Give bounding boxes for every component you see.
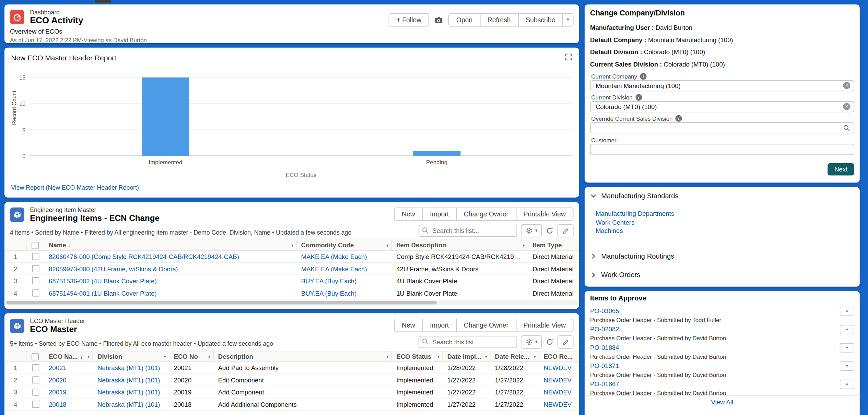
current-company-input[interactable] <box>590 80 854 91</box>
section-manufacturing-routings[interactable]: Manufacturing Routings <box>590 252 674 260</box>
column-header-item-description[interactable]: Item Description▾ <box>392 240 528 250</box>
item-name-link[interactable]: 82060476-000 (Comp Style RCK4219424-CAB/… <box>49 253 239 260</box>
import-button[interactable]: Import <box>422 208 457 221</box>
division-link[interactable]: Nebraska (MT1) (101) <box>97 401 160 407</box>
chevron-down-icon[interactable]: ▾ <box>523 243 525 248</box>
column-header-date-released[interactable]: Date Rele...▾ <box>491 352 539 361</box>
list-settings-button[interactable]: ▾ <box>521 335 542 349</box>
scrollbar-thumb[interactable] <box>6 301 437 305</box>
chevron-down-icon[interactable]: ▾ <box>386 243 388 248</box>
eco-name-link[interactable]: 20019 <box>49 389 67 395</box>
chevron-down-icon[interactable]: ▾ <box>485 354 487 359</box>
info-icon[interactable]: i <box>676 115 682 122</box>
next-button[interactable]: Next <box>828 163 854 175</box>
override-sales-division-input[interactable] <box>590 122 854 133</box>
eco-reason-link[interactable]: NEWDEV <box>543 365 571 371</box>
po-link[interactable]: PO-02082 <box>590 326 619 332</box>
table-row[interactable]: 3 20019 Nebraska (MT1) (101) 20019 Add C… <box>4 386 579 398</box>
table-row[interactable]: 4 68751494-001 (1U Blank Cover Plate) BU… <box>4 287 579 299</box>
item-name-link[interactable]: 68751494-001 (1U Blank Cover Plate) <box>49 290 157 296</box>
item-actions-button[interactable]: ▾ <box>840 380 854 389</box>
po-link[interactable]: PO-03065 <box>590 308 619 314</box>
view-all-link[interactable]: View All <box>711 399 734 405</box>
section-manufacturing-standards[interactable]: Manufacturing Standards <box>590 192 679 200</box>
info-icon[interactable]: i <box>635 94 642 100</box>
commodity-code-link[interactable]: BUY.EA (Buy Each) <box>301 277 357 284</box>
search-input[interactable] <box>419 336 517 348</box>
table-row[interactable]: 3 68751536-002 (4U Blank Cover Plate) BU… <box>4 275 579 287</box>
row-checkbox[interactable] <box>26 277 44 284</box>
chevron-down-icon[interactable]: ▾ <box>87 354 90 359</box>
refresh-icon[interactable] <box>546 227 554 235</box>
expand-icon[interactable] <box>565 53 573 61</box>
chevron-down-icon[interactable]: ▾ <box>386 354 388 359</box>
change-owner-button[interactable]: Change Owner <box>456 208 516 221</box>
row-checkbox[interactable] <box>26 389 44 396</box>
chevron-down-icon[interactable]: ▾ <box>208 354 210 359</box>
list-settings-button[interactable]: ▾ <box>521 224 542 237</box>
section-work-orders[interactable]: Work Orders <box>590 271 640 279</box>
new-button[interactable]: New <box>394 208 423 221</box>
item-actions-button[interactable]: ▾ <box>840 343 854 352</box>
printable-view-button[interactable]: Printable View <box>516 208 574 221</box>
clear-icon[interactable]: × <box>843 82 850 89</box>
open-button[interactable]: Open <box>448 13 480 27</box>
eco-name-link[interactable]: 20020 <box>49 377 67 383</box>
row-checkbox[interactable] <box>26 376 44 383</box>
chevron-down-icon[interactable]: ▾ <box>533 354 536 359</box>
po-link[interactable]: PO-01871 <box>590 363 619 369</box>
customer-input[interactable] <box>590 144 854 155</box>
division-link[interactable]: Nebraska (MT1) (101) <box>97 377 160 383</box>
item-actions-button[interactable]: ▾ <box>840 307 854 316</box>
commodity-code-link[interactable]: BUY.EA (Buy Each) <box>301 290 357 296</box>
manufacturing-departments-link[interactable]: Manufacturing Departments <box>596 210 674 217</box>
follow-button[interactable]: + Follow <box>389 13 429 27</box>
machines-link[interactable]: Machines <box>596 227 674 234</box>
import-button[interactable]: Import <box>422 319 457 332</box>
column-header-commodity-code[interactable]: Commodity Code▾ <box>297 240 392 250</box>
current-division-input[interactable] <box>590 101 854 112</box>
row-checkbox[interactable] <box>26 253 44 260</box>
bar-pending[interactable] <box>413 151 461 156</box>
column-header-division[interactable]: Division▾ <box>93 352 169 361</box>
info-icon[interactable]: i <box>640 73 646 80</box>
division-link[interactable]: Nebraska (MT1) (101) <box>97 365 160 371</box>
row-checkbox[interactable] <box>26 265 44 272</box>
bar-implemented[interactable] <box>142 78 189 156</box>
table-row[interactable]: 1 20021 Nebraska (MT1) (101) 20021 Add P… <box>4 362 579 374</box>
table-row[interactable]: 1 82060476-000 (Comp Style RCK4219424-CA… <box>4 251 579 263</box>
clear-icon[interactable]: × <box>843 103 850 110</box>
row-checkbox[interactable] <box>26 401 44 408</box>
item-name-link[interactable]: 68751536-002 (4U Blank Cover Plate) <box>49 277 157 284</box>
search-input[interactable] <box>419 225 517 237</box>
division-link[interactable]: Nebraska (MT1) (101) <box>97 389 160 395</box>
column-header-item-type[interactable]: Item Type <box>528 240 579 250</box>
refresh-button[interactable]: Refresh <box>480 13 518 27</box>
commodity-code-link[interactable]: MAKE.EA (Make Each) <box>301 253 367 260</box>
change-owner-button[interactable]: Change Owner <box>456 319 516 332</box>
commodity-code-link[interactable]: MAKE.EA (Make Each) <box>301 265 367 272</box>
column-header-name[interactable]: Name↓ ▾ <box>44 240 297 250</box>
column-header-description[interactable]: Description▾ <box>214 352 392 361</box>
dashboard-more-button[interactable]: ▾ <box>562 13 573 27</box>
eco-reason-link[interactable]: NEWDEV <box>543 401 571 407</box>
item-name-link[interactable]: 82059973-000 (42U Frame, w/Skins & Doors… <box>49 265 178 272</box>
chevron-down-icon[interactable]: ▾ <box>437 354 439 359</box>
edit-list-button[interactable] <box>558 224 574 237</box>
camera-icon[interactable] <box>434 16 443 24</box>
po-link[interactable]: PO-01867 <box>590 381 619 387</box>
item-actions-button[interactable]: ▾ <box>840 325 854 334</box>
edit-list-button[interactable] <box>558 335 574 349</box>
item-actions-button[interactable]: ▾ <box>840 361 854 371</box>
printable-view-button[interactable]: Printable View <box>516 319 574 332</box>
column-header-eco-reason[interactable]: ECO Re... <box>539 352 579 361</box>
new-button[interactable]: New <box>394 319 423 332</box>
search-icon[interactable] <box>843 124 850 134</box>
table-row[interactable]: 2 82059973-000 (42U Frame, w/Skins & Doo… <box>4 263 579 275</box>
column-header-eco-name[interactable]: ECO Na...↓ ▾ <box>44 352 93 361</box>
chevron-down-icon[interactable]: ▾ <box>291 243 293 248</box>
eco-name-link[interactable]: 20018 <box>49 401 67 407</box>
eco-reason-link[interactable]: NEWDEV <box>543 389 571 395</box>
eco-name-link[interactable]: 20021 <box>49 365 67 371</box>
table-row[interactable]: 4 20018 Nebraska (MT1) (101) 20018 Add A… <box>4 399 579 411</box>
